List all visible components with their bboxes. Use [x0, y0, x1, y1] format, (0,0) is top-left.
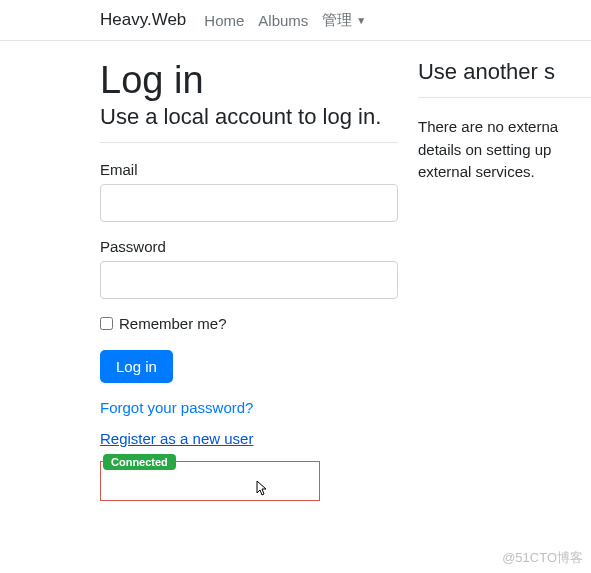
password-group: Password	[100, 238, 398, 299]
navbar-brand[interactable]: Heavy.Web	[100, 10, 186, 30]
forgot-password-link[interactable]: Forgot your password?	[100, 399, 398, 416]
main-container: Log in Use a local account to log in. Em…	[0, 41, 591, 501]
email-label: Email	[100, 161, 398, 178]
status-badge: Connected	[103, 454, 176, 470]
divider	[418, 97, 591, 98]
external-text: There are no externa details on setting …	[418, 116, 591, 184]
email-field[interactable]	[100, 184, 398, 222]
remember-label: Remember me?	[119, 315, 227, 332]
caret-down-icon: ▼	[356, 15, 366, 26]
email-group: Email	[100, 161, 398, 222]
divider	[100, 142, 398, 143]
remember-group: Remember me?	[100, 315, 398, 332]
login-subheading: Use a local account to log in.	[100, 104, 398, 130]
login-column: Log in Use a local account to log in. Em…	[100, 59, 418, 501]
nav-link-home[interactable]: Home	[204, 12, 244, 29]
login-button[interactable]: Log in	[100, 350, 173, 383]
password-label: Password	[100, 238, 398, 255]
watermark: @51CTO博客	[502, 549, 583, 567]
nav-dropdown-label: 管理	[322, 11, 352, 30]
password-field[interactable]	[100, 261, 398, 299]
external-heading: Use another s	[418, 59, 591, 85]
external-column: Use another s There are no externa detai…	[418, 59, 591, 501]
navbar: Heavy.Web Home Albums 管理 ▼	[0, 0, 591, 41]
register-link[interactable]: Register as a new user	[100, 430, 398, 447]
nav-link-albums[interactable]: Albums	[258, 12, 308, 29]
nav-dropdown-manage[interactable]: 管理 ▼	[322, 11, 366, 30]
page-title: Log in	[100, 59, 398, 102]
status-box: Connected	[100, 461, 320, 501]
remember-checkbox[interactable]	[100, 317, 113, 330]
